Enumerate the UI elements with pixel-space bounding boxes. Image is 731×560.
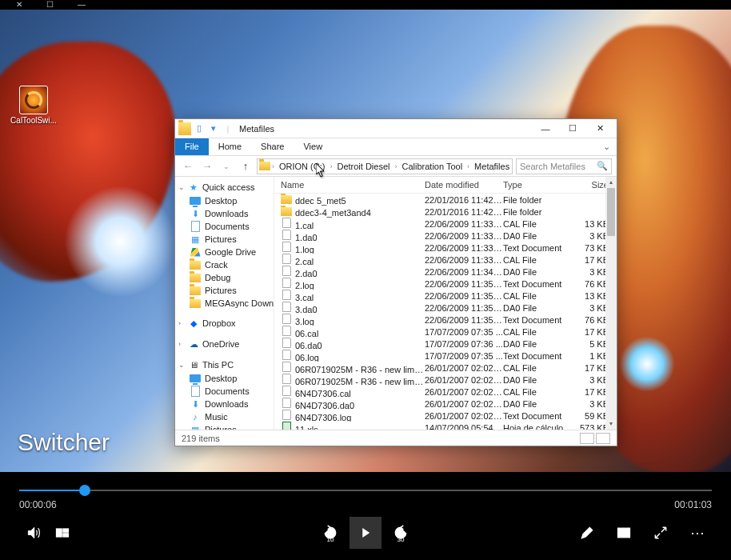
ribbon-tab-file[interactable]: File — [175, 138, 209, 155]
navpane-item-googledrive[interactable]: Google Drive — [175, 246, 274, 258]
skip-forward-button[interactable]: 30 — [386, 518, 415, 547]
app-close-icon[interactable]: ✕ — [16, 0, 22, 10]
file-row[interactable]: 06.log17/07/2009 07:35 ...Text Document1… — [274, 350, 617, 362]
thumbnails-button[interactable] — [48, 518, 77, 547]
ribbon-expand-icon[interactable]: ⌄ — [597, 138, 617, 155]
file-row[interactable]: 6N4D7306.cal26/01/2007 02:02 a...CAL Fil… — [274, 386, 617, 398]
ribbon: File Home Share View ⌄ — [175, 138, 617, 156]
file-row[interactable]: 2.log22/06/2009 11:35 a...Text Document7… — [274, 278, 617, 290]
column-headers[interactable]: Name Date modified Type Size — [274, 177, 617, 194]
file-row[interactable]: 06R0719025M - R36 - new limits.da026/01/… — [274, 374, 617, 386]
ribbon-tab-view[interactable]: View — [294, 138, 332, 155]
skip-back-label: 10 — [327, 536, 334, 543]
seek-bar[interactable] — [19, 482, 712, 499]
chevron-right-icon[interactable]: › — [393, 162, 398, 170]
column-name[interactable]: Name — [281, 180, 425, 190]
file-row[interactable]: ddec 5_met522/01/2016 11:42 a...File fol… — [274, 194, 617, 206]
scrollbar-thumb[interactable] — [607, 188, 615, 236]
maximize-button[interactable]: ☐ — [559, 121, 586, 137]
view-large-icon[interactable] — [596, 433, 610, 444]
folder-icon — [190, 285, 201, 296]
view-details-icon[interactable] — [580, 433, 594, 444]
chevron-right-icon[interactable]: › — [270, 162, 276, 170]
close-button[interactable]: ✕ — [586, 121, 613, 137]
desktop-shortcut[interactable]: CalToolSwi... — [10, 86, 58, 125]
navpane-onedrive[interactable]: ›☁OneDrive — [175, 337, 274, 351]
file-row[interactable]: 3.log22/06/2009 11:35 a...Text Document7… — [274, 314, 617, 326]
minimize-button[interactable]: — — [532, 121, 559, 137]
navpane-item-crack[interactable]: Crack — [175, 258, 274, 271]
navpane-item-megasync[interactable]: MEGAsync Down — [175, 297, 274, 310]
navpane-item-documents[interactable]: Documents — [175, 220, 274, 233]
navpane-item-pictures[interactable]: Pictures — [175, 284, 274, 297]
file-row[interactable]: ddec3-4_met3and422/01/2016 11:42 a...Fil… — [274, 206, 617, 218]
scroll-down-icon[interactable]: ▾ — [605, 418, 617, 430]
file-row[interactable]: 3.cal22/06/2009 11:35 a...CAL File13 KB — [274, 290, 617, 302]
more-button[interactable]: ⋯ — [683, 518, 712, 547]
video-viewport[interactable]: CalToolSwi... ▯ ▾ | Metafiles — ☐ ✕ File… — [0, 10, 731, 472]
scroll-up-icon[interactable]: ▴ — [605, 177, 617, 188]
app-minimize-icon[interactable]: — — [78, 0, 86, 10]
navpane-quick-access[interactable]: ⌄★Quick access — [175, 180, 274, 194]
file-row[interactable]: 11.xls14/07/2009 05:54 a...Hoja de cálcu… — [274, 422, 617, 430]
file-row[interactable]: 6N4D7306.da026/01/2007 02:02 a...DA0 Fil… — [274, 398, 617, 410]
chevron-right-icon[interactable]: › — [465, 162, 471, 170]
column-type[interactable]: Type — [503, 180, 575, 190]
breadcrumb[interactable]: › ORION (C:) › Detroit Diesel › Calibrat… — [257, 158, 513, 174]
navpane-dropbox[interactable]: ›◆Dropbox — [175, 316, 274, 330]
file-row[interactable]: 1.cal22/06/2009 11:33 a...CAL File13 KB — [274, 218, 617, 230]
nav-forward-button: → — [199, 158, 215, 174]
mini-view-button[interactable] — [609, 518, 638, 547]
seek-thumb[interactable] — [79, 485, 90, 496]
ribbon-tab-share[interactable]: Share — [251, 138, 294, 155]
file-row[interactable]: 1.log22/06/2009 11:33 a...Text Document7… — [274, 242, 617, 254]
cloud-icon: ☁ — [188, 338, 199, 350]
navpane-item-desktop[interactable]: Desktop — [175, 372, 274, 385]
file-row[interactable]: 3.da022/06/2009 11:35 a...DA0 File3 KB — [274, 302, 617, 314]
navpane-item-pictures[interactable]: ▦Pictures — [175, 423, 274, 430]
file-row[interactable]: 2.cal22/06/2009 11:33 a...CAL File17 KB — [274, 254, 617, 266]
navpane-item-desktop[interactable]: Desktop — [175, 194, 274, 207]
breadcrumb-seg[interactable]: Metafiles — [471, 162, 513, 171]
navpane-this-pc[interactable]: ⌄🖥This PC — [175, 358, 274, 372]
ribbon-tab-home[interactable]: Home — [209, 138, 251, 155]
search-input[interactable]: Search Metafiles 🔍 — [516, 158, 612, 174]
breadcrumb-seg[interactable]: Detroit Diesel — [334, 162, 393, 171]
edit-button[interactable] — [573, 518, 601, 547]
navpane-item-pictures[interactable]: ▦Pictures — [175, 233, 274, 246]
fullscreen-button[interactable] — [646, 518, 675, 547]
file-row[interactable]: 2.da022/06/2009 11:34 a...DA0 File3 KB — [274, 266, 617, 278]
explorer-titlebar[interactable]: ▯ ▾ | Metafiles — ☐ ✕ — [175, 119, 617, 138]
navpane-item-downloads[interactable]: ⬇Downloads — [175, 207, 274, 220]
search-placeholder: Search Metafiles — [520, 162, 585, 171]
file-icon — [281, 266, 292, 277]
navpane-item-debug[interactable]: Debug — [175, 271, 274, 284]
qat-newfolder-icon[interactable]: ▾ — [207, 122, 220, 135]
nav-recent-icon[interactable]: ⌄ — [218, 158, 234, 174]
file-row[interactable]: 06R0719025M - R36 - new limits.cal26/01/… — [274, 362, 617, 374]
file-row[interactable]: 6N4D7306.log26/01/2007 02:02 a...Text Do… — [274, 410, 617, 422]
navpane-item-downloads[interactable]: ⬇Downloads — [175, 398, 274, 410]
nav-up-button[interactable]: ↑ — [238, 158, 254, 174]
file-icon — [281, 278, 292, 289]
chevron-right-icon[interactable]: › — [328, 162, 334, 170]
skip-back-button[interactable]: 10 — [316, 518, 345, 547]
file-icon — [281, 362, 292, 373]
folder-icon — [178, 122, 191, 135]
breadcrumb-seg[interactable]: Calibration Tool — [398, 162, 465, 171]
navpane-item-music[interactable]: ♪Music — [175, 410, 274, 423]
scrollbar-vertical[interactable]: ▴ ▾ — [605, 177, 617, 430]
file-row[interactable]: 06.cal17/07/2009 07:35 ...CAL File17 KB — [274, 326, 617, 338]
column-date[interactable]: Date modified — [425, 180, 503, 190]
volume-button[interactable] — [19, 518, 48, 547]
seek-track — [19, 490, 712, 491]
time-duration: 00:01:03 — [674, 499, 712, 510]
file-icon — [281, 242, 292, 253]
file-row[interactable]: 1.da022/06/2009 11:33 a...DA0 File3 KB — [274, 230, 617, 242]
file-row[interactable]: 06.da017/07/2009 07:36 ...DA0 File5 KB — [274, 338, 617, 350]
nav-back-button[interactable]: ← — [180, 158, 196, 174]
play-button[interactable] — [350, 517, 381, 549]
qat-properties-icon[interactable]: ▯ — [193, 122, 206, 135]
app-restore-icon[interactable]: ☐ — [46, 0, 54, 10]
navpane-item-documents[interactable]: Documents — [175, 385, 274, 398]
